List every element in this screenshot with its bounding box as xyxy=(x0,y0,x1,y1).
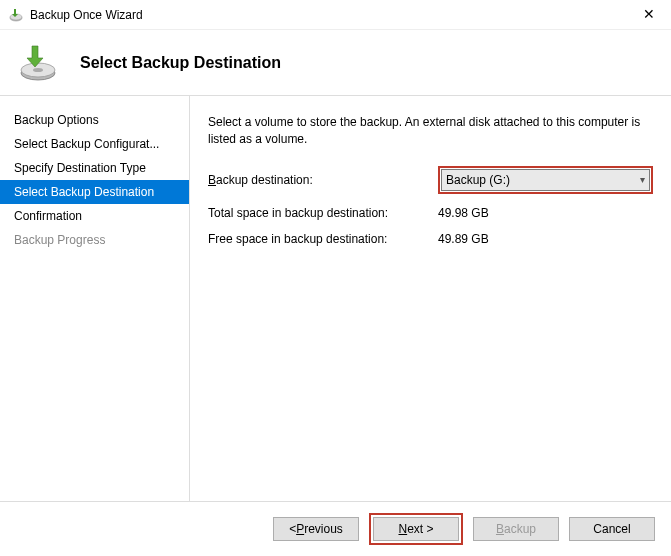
free-space-value: 49.89 GB xyxy=(438,232,653,246)
total-space-row: Total space in backup destination: 49.98… xyxy=(208,206,653,220)
previous-button[interactable]: < Previous xyxy=(273,517,359,541)
chevron-down-icon: ▾ xyxy=(640,174,645,185)
backup-destination-label: Backup destination: xyxy=(208,173,438,187)
backup-destination-row: Backup destination: Backup (G:) ▾ xyxy=(208,166,653,194)
sidebar-item-select-backup-destination[interactable]: Select Backup Destination xyxy=(0,180,189,204)
wizard-header: Select Backup Destination xyxy=(0,30,671,96)
total-space-label: Total space in backup destination: xyxy=(208,206,438,220)
total-space-value: 49.98 GB xyxy=(438,206,653,220)
wizard-steps-sidebar: Backup Options Select Backup Configurat.… xyxy=(0,96,190,501)
cancel-button[interactable]: Cancel xyxy=(569,517,655,541)
backup-header-icon xyxy=(18,43,58,83)
sidebar-item-confirmation[interactable]: Confirmation xyxy=(0,204,189,228)
next-button-highlight: Next > xyxy=(369,513,463,545)
description-text: Select a volume to store the backup. An … xyxy=(208,114,653,148)
close-button[interactable]: ✕ xyxy=(635,4,663,24)
wizard-content: Select a volume to store the backup. An … xyxy=(190,96,671,501)
sidebar-item-backup-progress: Backup Progress xyxy=(0,228,189,252)
svg-point-4 xyxy=(33,68,43,72)
free-space-row: Free space in backup destination: 49.89 … xyxy=(208,232,653,246)
wizard-window: Backup Once Wizard ✕ Select Backup Desti… xyxy=(0,0,671,556)
window-title: Backup Once Wizard xyxy=(30,8,143,22)
sidebar-item-select-backup-config[interactable]: Select Backup Configurat... xyxy=(0,132,189,156)
titlebar: Backup Once Wizard ✕ xyxy=(0,0,671,30)
sidebar-item-specify-destination-type[interactable]: Specify Destination Type xyxy=(0,156,189,180)
app-icon xyxy=(8,7,24,23)
backup-destination-highlight: Backup (G:) ▾ xyxy=(438,166,653,194)
wizard-footer: < Previous Next > Backup Cancel xyxy=(0,501,671,556)
backup-destination-value: Backup (G:) xyxy=(446,173,510,187)
wizard-body: Backup Options Select Backup Configurat.… xyxy=(0,96,671,501)
free-space-label: Free space in backup destination: xyxy=(208,232,438,246)
next-button[interactable]: Next > xyxy=(373,517,459,541)
sidebar-item-backup-options[interactable]: Backup Options xyxy=(0,108,189,132)
page-title: Select Backup Destination xyxy=(80,54,281,72)
backup-destination-dropdown[interactable]: Backup (G:) ▾ xyxy=(441,169,650,191)
backup-button: Backup xyxy=(473,517,559,541)
